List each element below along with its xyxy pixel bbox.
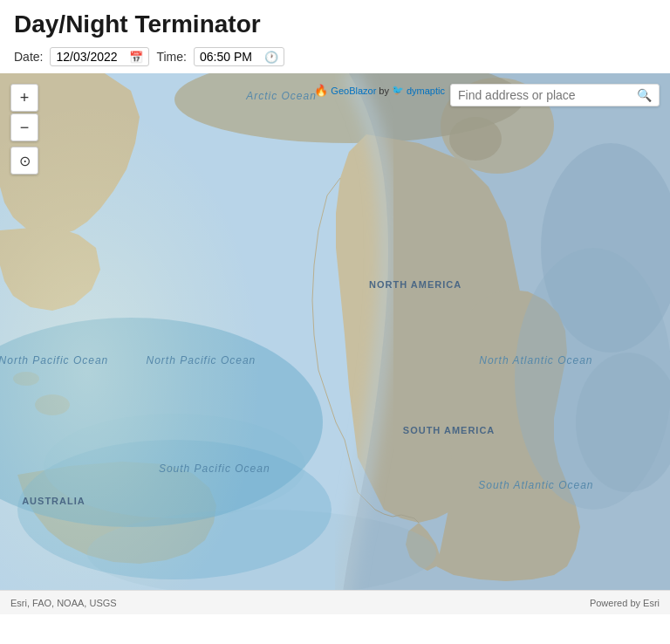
clock-icon[interactable]: 🕐 [264, 51, 278, 64]
date-label: Date: [14, 50, 43, 64]
zoom-in-button[interactable]: + [10, 84, 38, 112]
locate-button[interactable]: ⊙ [10, 147, 38, 175]
attribution-by: by [379, 86, 389, 96]
calendar-icon[interactable]: 📅 [129, 51, 143, 64]
time-label: Time: [156, 50, 186, 64]
zoom-out-button[interactable]: − [10, 113, 38, 141]
map-svg [0, 73, 670, 614]
svg-point-12 [17, 440, 332, 579]
search-input[interactable] [458, 88, 637, 102]
search-button[interactable]: 🔍 [637, 88, 652, 102]
map-footer: Esri, FAO, NOAA, USGS Powered by Esri [0, 590, 670, 614]
svg-point-10 [515, 248, 670, 510]
time-input[interactable] [200, 50, 261, 64]
time-input-wrapper[interactable]: 🕐 [194, 47, 284, 66]
page-title: Day/Night Terminator [0, 0, 670, 44]
dymaptic-link[interactable]: dymaptic [407, 86, 445, 96]
data-sources: Esri, FAO, NOAA, USGS [10, 598, 117, 608]
powered-by: Powered by Esri [590, 598, 660, 608]
date-input[interactable] [56, 50, 126, 64]
geoblazor-link[interactable]: GeoBlazor [331, 86, 376, 96]
map-controls: + − ⊙ [10, 84, 38, 175]
geoblazor-attribution: 🔥 GeoBlazor by 🐦 dymaptic [314, 84, 445, 97]
map-container: + − ⊙ 🔥 GeoBlazor by 🐦 dymaptic 🔍 Arctic… [0, 73, 670, 614]
search-bar[interactable]: 🔍 [450, 84, 660, 106]
date-input-wrapper[interactable]: 📅 [50, 47, 149, 66]
